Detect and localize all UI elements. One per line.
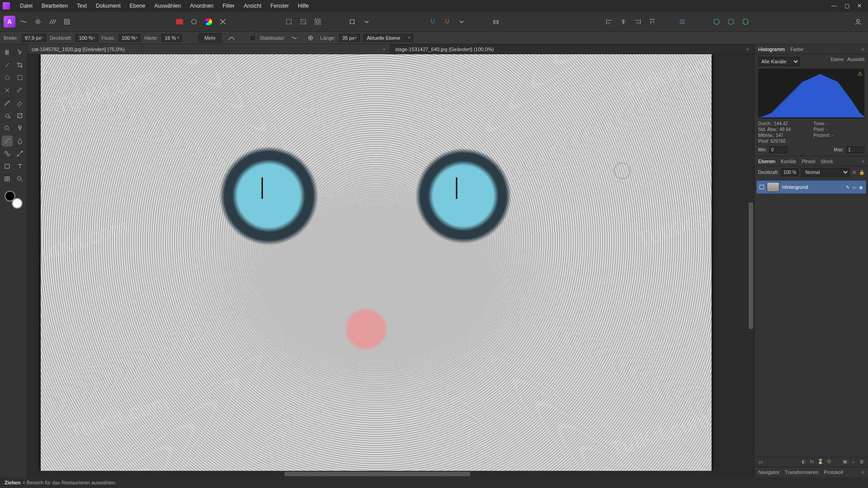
menu-view[interactable]: Ansicht [239,1,266,11]
window-maximize-button[interactable]: ▢ [844,3,850,9]
histogram-scope-selection-button[interactable]: Auswahl [847,57,864,62]
tab-channels[interactable]: Kanäle [781,159,796,164]
zoom-tool[interactable] [14,174,25,184]
color-chooser-icon[interactable] [202,15,215,28]
smudge-tool[interactable] [14,136,25,146]
align-top-icon[interactable] [646,15,659,28]
tab-transform[interactable]: Transformieren [785,469,818,475]
view-tool[interactable] [2,47,13,58]
align-left-icon[interactable] [603,15,615,28]
tab-navigator[interactable]: Navigator [758,469,779,475]
bottom-panel-menu-icon[interactable]: ≡ [862,469,864,475]
arrange-icon[interactable] [676,15,689,28]
layer-row-background[interactable]: Hintergrund ✎ ▭ ◉ [756,180,866,194]
move-tool[interactable] [14,47,25,58]
flow-input[interactable]: 100 %▾ [118,34,141,42]
document-tab-1[interactable]: stage-1531427_640.jpg [Geändert] (100,0%… [391,44,754,54]
mesh-warp-tool[interactable] [2,174,13,184]
account-icon[interactable] [852,15,864,28]
tab-histogram[interactable]: Histogramm [758,47,785,52]
crop-tool[interactable] [14,60,25,70]
menu-layer[interactable]: Ebene [125,1,150,11]
layer-delete-icon[interactable]: 🗑 [859,459,864,465]
layer-group-icon[interactable]: ▣ [843,459,847,465]
pressure-toggle-icon[interactable] [225,32,238,44]
menu-file[interactable]: Datei [15,1,37,11]
layer-fx-icon[interactable]: ⚙ [852,170,856,175]
assistant-icon[interactable] [490,15,502,28]
target-layer-select[interactable]: Aktuelle Ebene▾ [363,34,413,42]
layer-blend-ranges-icon[interactable]: ⧉ [827,459,831,465]
erase-brush-tool[interactable] [14,98,25,108]
layer-edit-icon[interactable]: ✎ [846,185,849,190]
stock-a-icon[interactable] [710,15,723,28]
stock-c-icon[interactable] [739,15,752,28]
stock-b-icon[interactable] [725,15,737,28]
snapping-toggle-b-icon[interactable] [441,15,453,28]
crop-mode-icon[interactable] [346,15,359,28]
node-tool[interactable] [14,148,25,159]
layer-name[interactable]: Hintergrund [782,184,808,190]
layer-adjustment-icon[interactable]: ◐ [802,459,806,465]
layer-blendmode-select[interactable]: Normal [801,168,849,177]
histogram-scope-layer-button[interactable]: Ebene [830,57,844,62]
layer-visibility-icon[interactable] [760,185,764,189]
tab-protocol[interactable]: Protokoll [824,469,843,475]
color-swatches[interactable] [5,191,23,209]
width-input[interactable]: 97,9 px▾ [22,34,46,42]
persona-export-icon[interactable] [61,15,73,28]
greyscale-preview-icon[interactable] [188,15,200,28]
burn-tool[interactable] [14,123,25,134]
menu-arrange[interactable]: Anordnen [185,1,218,11]
gradient-tool[interactable] [14,110,25,121]
layer-thumbnail[interactable] [767,182,779,192]
histogram-channel-select[interactable]: Alle Kanäle [758,57,800,66]
stabiliser-checkbox[interactable] [250,35,256,41]
layer-lock-row-icon[interactable]: ▭ [852,185,856,190]
menu-filters[interactable]: Filter [218,1,239,11]
quick-mask-icon[interactable] [173,15,186,28]
window-close-button[interactable]: ✕ [856,3,863,9]
opacity-input[interactable]: 100 %▾ [75,34,98,42]
layer-opacity-input[interactable]: 100 % [781,169,798,176]
inpainting-brush-tool[interactable] [2,136,13,146]
dodge-tool[interactable] [2,123,13,134]
menu-window[interactable]: Fenster [266,1,293,11]
clone-tool[interactable] [2,148,13,159]
fill-tool[interactable] [2,110,13,121]
shape-tool[interactable] [2,161,13,172]
document-tab-1-close-icon[interactable]: × [746,47,749,52]
window-minimize-button[interactable]: — [831,3,837,9]
canvas[interactable]: TutKit.com TutKit.com TutKit.com TutKit.… [27,54,748,477]
align-right-icon[interactable] [632,15,644,28]
stabiliser-mode-a-icon[interactable] [288,32,301,44]
layer-link-icon[interactable]: ◉ [859,185,863,190]
tab-color[interactable]: Farbe [790,47,803,52]
persona-develop-icon[interactable] [32,15,44,28]
document-tab-0-close-icon[interactable]: × [383,47,386,52]
color-picker-tool[interactable] [2,60,13,70]
tab-layers[interactable]: Ebenen [758,159,775,164]
align-center-icon[interactable] [617,15,630,28]
document-image[interactable]: TutKit.com TutKit.com TutKit.com TutKit.… [41,54,712,471]
hardness-input[interactable]: 16 %▾ [161,34,182,42]
persona-tonemap-icon[interactable] [46,15,59,28]
vertical-scrollbar[interactable] [748,54,754,477]
histogram-max-input[interactable] [846,146,864,153]
text-tool[interactable] [14,161,25,172]
stabiliser-mode-b-icon[interactable] [304,32,317,44]
snapping-toggle-icon[interactable] [426,15,439,28]
histogram-min-input[interactable] [769,146,788,153]
marquee-tool[interactable] [14,72,25,83]
selection-brush-tool[interactable] [2,72,13,83]
layer-lock-icon[interactable]: 🔒 [859,170,864,175]
persona-liquify-icon[interactable] [17,15,30,28]
menu-document[interactable]: Dokument [91,1,125,11]
document-tab-0[interactable]: cat-1045782_1920.jpg [Geändert] (75,0%) … [27,44,391,54]
layers-panel-menu-icon[interactable]: ≡ [862,159,864,164]
flood-select-tool[interactable] [2,85,13,96]
menu-help[interactable]: Hilfe [293,1,313,11]
menu-select[interactable]: Auswählen [150,1,185,11]
select-all-icon[interactable] [311,15,324,28]
layer-live-filter-icon[interactable]: ⌛ [817,459,824,465]
